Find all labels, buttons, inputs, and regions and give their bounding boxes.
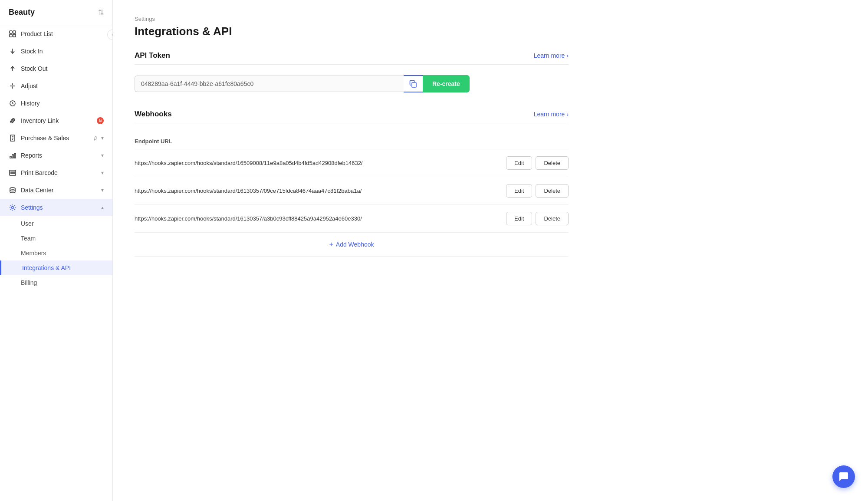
api-token-title: API Token — [135, 51, 170, 60]
webhook-actions: Edit Delete — [506, 156, 569, 170]
plus-icon: + — [329, 241, 333, 248]
adjust-icon — [9, 82, 16, 90]
webhook-row: https://hooks.zapier.com/hooks/standard/… — [135, 205, 569, 233]
sidebar-subitem-user[interactable]: User — [0, 216, 112, 231]
svg-point-25 — [12, 207, 14, 209]
sidebar-item-label: Purchase & Sales — [21, 135, 90, 142]
webhook-delete-button[interactable]: Delete — [536, 212, 569, 225]
chevron-down-icon: ▾ — [101, 187, 104, 193]
api-token-row: Re-create — [135, 75, 569, 92]
sidebar-item-label: Inventory Link — [21, 117, 92, 124]
chevron-down-icon: ▾ — [101, 152, 104, 158]
sidebar-brand: Beauty — [9, 8, 35, 17]
sidebar-subitem-members[interactable]: Members — [0, 246, 112, 260]
api-token-learn-more[interactable]: Learn more › — [534, 52, 569, 59]
sidebar-item-reports[interactable]: Reports ▾ — [0, 147, 112, 164]
sidebar-item-label: Reports — [21, 152, 97, 159]
svg-rect-1 — [13, 31, 16, 33]
sidebar-item-stock-in[interactable]: Stock In — [0, 43, 112, 60]
endpoint-url-label: Endpoint URL — [135, 134, 569, 149]
chart-icon — [9, 152, 16, 159]
webhook-edit-button[interactable]: Edit — [506, 184, 532, 198]
sidebar-subitem-integrations-api[interactable]: Integrations & API — [0, 260, 112, 275]
sidebar-item-history[interactable]: History — [0, 95, 112, 112]
sidebar-sort-icon[interactable]: ⇅ — [98, 8, 104, 16]
webhooks-title: Webhooks — [135, 110, 172, 119]
sidebar-item-label: Data Center — [21, 187, 97, 194]
sidebar-item-label: Print Barcode — [21, 169, 97, 176]
chevron-right-icon: › — [566, 52, 569, 59]
webhook-actions: Edit Delete — [506, 212, 569, 225]
section-divider — [135, 123, 569, 123]
webhook-edit-button[interactable]: Edit — [506, 156, 532, 170]
beta-badge: β — [94, 135, 97, 141]
svg-rect-17 — [14, 153, 16, 158]
svg-rect-3 — [13, 34, 16, 37]
sidebar-item-settings[interactable]: Settings ▴ — [0, 199, 112, 216]
gear-icon — [9, 204, 16, 211]
webhook-delete-button[interactable]: Delete — [536, 184, 569, 198]
webhook-row: https://hooks.zapier.com/hooks/standard/… — [135, 177, 569, 205]
link-icon — [9, 117, 16, 125]
sidebar-subitem-team[interactable]: Team — [0, 231, 112, 246]
add-webhook-label: Add Webhook — [336, 241, 374, 248]
webhooks-section: Webhooks Learn more › Endpoint URL https… — [135, 110, 569, 257]
webhook-url: https://hooks.zapier.com/hooks/standard/… — [135, 188, 506, 194]
recreate-button[interactable]: Re-create — [423, 75, 470, 92]
api-token-section: API Token Learn more › Re-create — [135, 51, 569, 92]
section-divider — [135, 64, 569, 65]
sidebar-item-label: Stock In — [21, 48, 104, 55]
main-content: Settings Integrations & API API Token Le… — [113, 0, 868, 501]
barcode-icon — [9, 169, 16, 177]
sidebar-item-purchase-sales[interactable]: Purchase & Sales β ▾ — [0, 129, 112, 147]
sidebar-item-stock-out[interactable]: Stock Out — [0, 60, 112, 77]
webhook-edit-button[interactable]: Edit — [506, 212, 532, 225]
svg-rect-26 — [412, 82, 416, 87]
webhook-url: https://hooks.zapier.com/hooks/standard/… — [135, 160, 506, 166]
svg-point-24 — [10, 188, 15, 189]
sidebar-item-print-barcode[interactable]: Print Barcode ▾ — [0, 164, 112, 181]
breadcrumb: Settings — [135, 16, 569, 22]
arrow-down-icon — [9, 47, 16, 55]
sidebar-subitem-billing[interactable]: Billing — [0, 275, 112, 290]
api-token-input[interactable] — [135, 76, 404, 92]
svg-rect-15 — [10, 156, 11, 158]
svg-rect-16 — [12, 155, 13, 158]
clock-icon — [9, 99, 16, 107]
webhook-actions: Edit Delete — [506, 184, 569, 198]
sidebar-item-label: History — [21, 100, 104, 107]
chevron-down-icon: ▾ — [101, 170, 104, 176]
sidebar-item-label: Stock Out — [21, 65, 104, 72]
sidebar-item-product-list[interactable]: Product List — [0, 25, 112, 43]
sidebar: Beauty ⇅ ‹ Product List Stock In Stock O… — [0, 0, 113, 501]
sidebar-item-label: Adjust — [21, 82, 104, 89]
svg-rect-0 — [10, 31, 12, 33]
webhooks-header: Webhooks Learn more › — [135, 110, 569, 119]
webhooks-learn-more[interactable]: Learn more › — [534, 111, 569, 118]
add-webhook-button[interactable]: + Add Webhook — [135, 233, 569, 257]
chat-button[interactable] — [832, 465, 855, 488]
webhook-row: https://hooks.zapier.com/hooks/standard/… — [135, 149, 569, 177]
api-token-header: API Token Learn more › — [135, 51, 569, 60]
sidebar-header: Beauty ⇅ — [0, 0, 112, 25]
sidebar-item-label: Product List — [21, 30, 104, 37]
chevron-down-icon: ▾ — [101, 135, 104, 141]
webhook-url: https://hooks.zapier.com/hooks/standard/… — [135, 215, 506, 222]
sidebar-item-inventory-link[interactable]: Inventory Link N — [0, 112, 112, 129]
chevron-right-icon: › — [566, 111, 569, 118]
svg-rect-2 — [10, 34, 12, 37]
sidebar-item-label: Settings — [21, 204, 97, 211]
sidebar-item-data-center[interactable]: Data Center ▾ — [0, 181, 112, 199]
sidebar-item-adjust[interactable]: Adjust — [0, 77, 112, 95]
document-icon — [9, 134, 16, 142]
chevron-up-icon: ▴ — [101, 204, 104, 211]
arrow-up-icon — [9, 65, 16, 73]
new-badge: N — [97, 117, 104, 124]
grid-icon — [9, 30, 16, 38]
page-title: Integrations & API — [135, 25, 569, 38]
database-icon — [9, 186, 16, 194]
copy-token-button[interactable] — [404, 75, 423, 92]
webhook-delete-button[interactable]: Delete — [536, 156, 569, 170]
